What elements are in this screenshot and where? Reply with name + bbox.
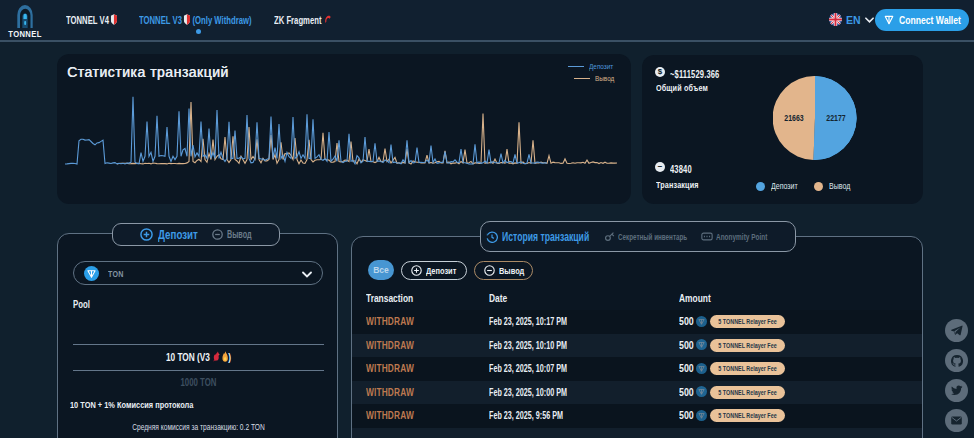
svg-text:21663: 21663 xyxy=(784,113,803,123)
svg-text:22177: 22177 xyxy=(826,113,845,123)
